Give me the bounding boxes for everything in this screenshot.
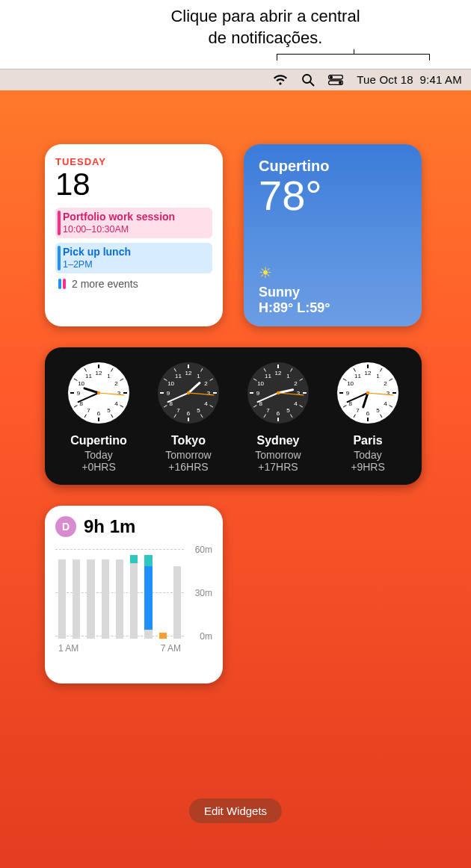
calendar-more-events[interactable]: 2 more events [55,278,212,290]
svg-text:5: 5 [286,407,290,414]
svg-text:10: 10 [347,380,354,387]
svg-text:5: 5 [376,407,380,414]
svg-text:6: 6 [277,410,280,417]
svg-text:3: 3 [207,390,211,397]
svg-point-63 [187,391,190,394]
svg-point-5 [339,81,342,84]
clock-offset: +0HRS [81,461,116,473]
annotation-bracket [277,54,430,69]
screentime-bar [58,559,66,639]
clock-when: Today [354,449,381,461]
calendar-daynum: 18 [55,169,212,200]
weather-hilo: H:89° L:59° [259,300,407,316]
calendar-event-time: 1–2PM [63,259,206,271]
annotation-callout: Clique para abrir a central de notificaç… [0,6,471,49]
weather-widget[interactable]: Cupertino 78° ☀︎ Sunny H:89° L:59° [244,144,422,326]
control-center-icon[interactable] [328,75,343,85]
calendar-dot-icon [63,279,66,289]
wifi-icon[interactable] [273,74,288,86]
screentime-bar [144,555,152,639]
spotlight-search-icon[interactable] [301,73,315,87]
screentime-chart: 60m 30m 0m 1 AM 7 AM [55,545,212,655]
screentime-bar-segment [144,630,152,639]
svg-text:10: 10 [167,380,174,387]
svg-text:10: 10 [78,380,84,387]
svg-text:5: 5 [197,407,200,414]
calendar-event-title: Pick up lunch [63,246,206,259]
svg-text:4: 4 [294,400,298,407]
edit-widgets-button[interactable]: Edit Widgets [189,799,282,823]
svg-text:2: 2 [384,380,387,387]
svg-text:5: 5 [107,407,111,414]
svg-text:3: 3 [117,390,121,397]
screentime-total: 9h 1m [84,516,135,537]
clock-face-icon: 123456789101112 [67,361,131,425]
svg-text:7: 7 [266,407,270,414]
clock-offset: +17HRS [258,461,298,473]
calendar-dot-icon [58,279,61,289]
svg-text:6: 6 [366,410,370,417]
clock-face-icon: 123456789101112 [246,361,310,425]
svg-text:2: 2 [204,380,208,387]
st-xtick-right: 7 AM [161,643,181,654]
screentime-bar [73,559,80,639]
clock-when: Today [84,449,112,461]
world-clock-widget[interactable]: 123456789101112 Cupertino Today +0HRS 12… [45,347,422,485]
svg-text:4: 4 [384,400,387,407]
screentime-bar-segment [130,555,138,564]
clock-when: Tomorrow [255,449,301,461]
world-clock-item[interactable]: 123456789101112 Sydney Tomorrow +17HRS [237,361,319,473]
annotation-line2: de notificações. [209,28,323,47]
svg-text:10: 10 [257,380,264,387]
world-clock-item[interactable]: 123456789101112 Cupertino Today +0HRS [58,361,140,473]
svg-text:4: 4 [114,400,118,407]
menubar-time: 9:41 AM [420,73,462,86]
svg-text:11: 11 [265,373,271,379]
weather-condition: Sunny [259,285,407,300]
svg-text:9: 9 [167,390,170,397]
st-ytick-0: 0m [200,631,212,642]
calendar-more-label: 2 more events [72,278,138,290]
clock-face-icon: 123456789101112 [336,361,400,425]
screentime-bar [159,633,167,639]
st-ytick-30: 30m [195,588,212,598]
calendar-widget[interactable]: TUESDAY 18 Portfolio work session10:00–1… [45,144,223,326]
svg-text:1: 1 [286,373,290,379]
world-clock-item[interactable]: 123456789101112 Paris Today +9HRS [327,361,409,473]
svg-text:7: 7 [87,407,90,414]
clock-city: Tokyo [171,434,206,447]
svg-point-3 [330,75,333,78]
svg-line-1 [310,82,314,86]
world-clock-item[interactable]: 123456789101112 Tokyo Tomorrow +16HRS [147,361,230,473]
weather-temperature: 78° [259,175,407,217]
screentime-widget[interactable]: D 9h 1m 60m 30m 0m 1 AM 7 AM [45,506,223,683]
svg-text:12: 12 [365,370,372,376]
screentime-bar [130,555,138,639]
screentime-bar-segment [73,559,80,639]
svg-text:12: 12 [275,370,282,376]
screentime-bar-segment [159,633,167,639]
clock-face-icon: 123456789101112 [156,361,221,425]
clock-when: Tomorrow [165,449,211,461]
screentime-bar [173,566,181,639]
svg-text:11: 11 [354,373,361,379]
calendar-event-time: 10:00–10:30AM [63,224,206,236]
svg-text:11: 11 [175,373,182,379]
desktop-screen: Tue Oct 18 9:41 AM TUESDAY 18 Portfolio … [0,69,471,868]
svg-text:9: 9 [346,390,350,397]
menubar-datetime[interactable]: Tue Oct 18 9:41 AM [357,73,462,86]
svg-text:3: 3 [387,390,390,397]
svg-text:1: 1 [107,373,111,379]
calendar-event[interactable]: Portfolio work session10:00–10:30AM [55,208,212,238]
clock-city: Sydney [257,434,300,447]
sun-icon: ☀︎ [259,264,407,282]
svg-text:1: 1 [197,373,200,379]
svg-text:11: 11 [85,373,92,379]
screentime-bar-segment [130,563,138,639]
calendar-event[interactable]: Pick up lunch1–2PM [55,243,212,273]
screentime-bar-segment [116,559,123,639]
screentime-avatar: D [55,516,76,537]
st-ytick-60: 60m [195,545,212,555]
clock-city: Cupertino [70,434,127,447]
st-xtick-left: 1 AM [58,643,78,654]
